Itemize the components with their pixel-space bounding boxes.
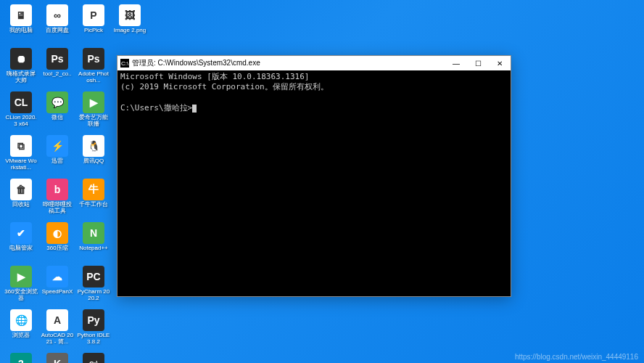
app-icon: A xyxy=(46,309,68,331)
icon-label: 浏览器 xyxy=(12,333,30,339)
icon-label: CLion 2020.3 x64 xyxy=(4,115,38,128)
app-icon: 🗑 xyxy=(10,179,32,200)
app-icon: P xyxy=(83,4,104,26)
desktop-icon[interactable]: PsAdobe Photosh... xyxy=(77,48,110,89)
icon-label: AutoCAD 2021 - 简... xyxy=(41,333,74,346)
icon-label: 腾讯QQ xyxy=(83,158,104,165)
app-icon: ▶ xyxy=(83,91,104,113)
desktop-icon[interactable]: ☁SpeedPanX xyxy=(41,266,74,306)
icon-label: 回收站 xyxy=(12,202,30,208)
icon-label: 百度网盘 xyxy=(46,28,69,34)
cmd-prompt: C:\Users\撒哈拉> xyxy=(120,103,192,113)
maximize-button[interactable]: ☐ xyxy=(467,56,489,70)
icon-label: 千牛工作台 xyxy=(79,202,108,208)
desktop-icon[interactable]: 🐧腾讯QQ xyxy=(77,135,110,176)
icon-label: Python IDLE 3.8.2 xyxy=(77,333,110,346)
icon-label: Notepad++ xyxy=(79,245,108,252)
cmd-output-line: (c) 2019 Microsoft Corporation。保留所有权利。 xyxy=(120,82,329,91)
app-icon: K xyxy=(46,353,68,363)
desktop-icon[interactable]: ⏺嗨格式录屏大师 xyxy=(4,48,38,89)
icon-label: 微信 xyxy=(51,115,63,121)
desktop-icon[interactable]: 牛千牛工作台 xyxy=(77,179,110,219)
app-icon: 🖥 xyxy=(10,4,32,26)
cmd-titlebar[interactable]: C:\ 管理员: C:\Windows\System32\cmd.exe — ☐… xyxy=(117,56,511,70)
icon-label: Adobe Photosh... xyxy=(77,71,110,84)
desktop-icon[interactable]: AAutoCAD 2021 - 简... xyxy=(41,309,74,350)
app-icon: 🖼 xyxy=(119,4,141,26)
app-icon: Py xyxy=(83,309,104,331)
desktop-icon[interactable]: 🖼Image 2.png xyxy=(113,4,146,45)
app-icon: ⧉ xyxy=(10,135,32,157)
desktop-icon[interactable]: ∞百度网盘 xyxy=(41,4,74,45)
app-icon: ∞ xyxy=(46,4,68,26)
desktop-icon[interactable]: KKeil uVision5 xyxy=(41,353,74,363)
app-icon: Ps xyxy=(83,48,104,70)
desktop-icon[interactable]: ◐360压缩 xyxy=(41,222,74,263)
icon-label: Image 2.png xyxy=(114,28,146,34)
desktop-icon[interactable]: ✔电脑管家 xyxy=(4,222,38,263)
app-icon: b xyxy=(46,179,68,200)
desktop-icon[interactable]: 🗑回收站 xyxy=(4,179,38,219)
app-icon: 🐧 xyxy=(83,135,104,157)
app-icon: PC xyxy=(83,266,104,287)
icon-label: VMware Workstati... xyxy=(4,158,38,171)
app-icon: 3 xyxy=(10,353,32,363)
desktop-icon[interactable]: 🌐浏览器 xyxy=(4,309,38,350)
desktop-icon[interactable]: NNotepad++ xyxy=(77,222,110,263)
icon-label: 迅雷 xyxy=(51,158,63,165)
app-icon: 💬 xyxy=(46,91,68,113)
icon-label: 360压缩 xyxy=(46,245,67,252)
desktop-icon[interactable]: 33ds Max 2021 xyxy=(4,353,38,363)
cursor xyxy=(192,105,197,113)
app-icon: ⏺ xyxy=(10,48,32,70)
desktop-icon[interactable]: PyPython IDLE 3.8.2 xyxy=(77,309,110,350)
app-icon: ◐ xyxy=(46,222,68,244)
desktop-icon[interactable]: 🖥我的电脑 xyxy=(4,4,38,45)
cmd-title: 管理员: C:\Windows\System32\cmd.exe xyxy=(132,58,445,68)
app-icon: 牛 xyxy=(83,179,104,200)
window-controls: — ☐ ✕ xyxy=(445,56,511,70)
desktop-icon[interactable]: CLCLion 2020.3 x64 xyxy=(4,91,38,132)
cmd-window[interactable]: C:\ 管理员: C:\Windows\System32\cmd.exe — ☐… xyxy=(117,55,511,297)
icon-label: 电脑管家 xyxy=(9,245,33,252)
icon-label: PyCharm 2020.2 xyxy=(77,289,110,302)
app-icon: ⚡ xyxy=(46,135,68,157)
app-icon: Ps xyxy=(46,48,68,70)
icon-label: 爱奇艺万能联播 xyxy=(77,115,110,128)
icon-label: tool_2_co.. xyxy=(43,71,71,78)
desktop-icon[interactable]: C:\命令行 xyxy=(77,353,110,363)
minimize-button[interactable]: — xyxy=(445,56,467,70)
close-button[interactable]: ✕ xyxy=(489,56,511,70)
cmd-terminal-body[interactable]: Microsoft Windows [版本 10.0.18363.1316] (… xyxy=(117,70,511,296)
desktop-icon[interactable]: 💬微信 xyxy=(41,91,74,132)
icon-label: 哔哩哔哩投稿工具 xyxy=(41,202,74,215)
app-icon: ▶ xyxy=(10,266,32,287)
desktop-icon[interactable]: ⧉VMware Workstati... xyxy=(4,135,38,176)
app-icon: C:\ xyxy=(83,353,104,363)
app-icon: ✔ xyxy=(10,222,32,244)
desktop-icon[interactable]: PPicPick xyxy=(77,4,110,45)
desktop[interactable]: 🖥我的电脑∞百度网盘PPicPick🖼Image 2.png⏺嗨格式录屏大师Ps… xyxy=(0,0,644,363)
watermark-text: https://blog.csdn.net/weixin_44449116 xyxy=(515,353,638,361)
desktop-icon[interactable]: Pstool_2_co.. xyxy=(41,48,74,89)
cmd-output-line: Microsoft Windows [版本 10.0.18363.1316] xyxy=(120,72,309,81)
desktop-icon[interactable]: ▶360安全浏览器 xyxy=(4,266,38,306)
icon-label: PicPick xyxy=(84,28,103,34)
app-icon: ☁ xyxy=(46,266,68,287)
icon-label: 我的电脑 xyxy=(9,28,33,34)
app-icon: 🌐 xyxy=(10,309,32,331)
app-icon: N xyxy=(83,222,104,244)
app-icon: CL xyxy=(10,91,32,113)
desktop-icon[interactable]: ▶爱奇艺万能联播 xyxy=(77,91,110,132)
icon-label: SpeedPanX xyxy=(42,289,73,295)
cmd-icon: C:\ xyxy=(120,59,129,68)
desktop-icon[interactable]: PCPyCharm 2020.2 xyxy=(77,266,110,306)
desktop-icon[interactable]: b哔哩哔哩投稿工具 xyxy=(41,179,74,219)
icon-label: 360安全浏览器 xyxy=(4,289,38,302)
icon-label: 嗨格式录屏大师 xyxy=(4,71,38,84)
desktop-icon[interactable]: ⚡迅雷 xyxy=(41,135,74,176)
